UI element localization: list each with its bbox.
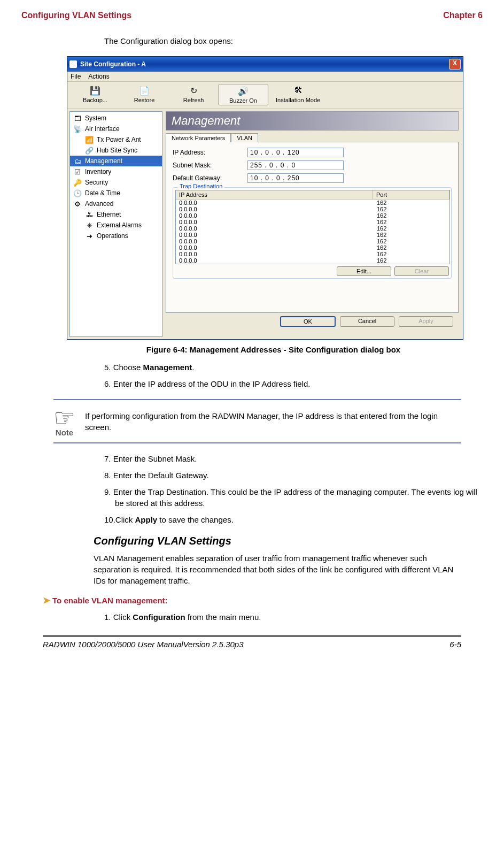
sidebar-item-label: Date & Time xyxy=(85,189,120,197)
toolbar-buzzer[interactable]: 🔊 Buzzer On xyxy=(218,84,268,105)
trap-table[interactable]: IP Address Port 0.0.0.01620.0.0.01620.0.… xyxy=(175,190,450,264)
trap-cell-ip: 0.0.0.0 xyxy=(176,238,374,244)
toolbar-restore-label: Restore xyxy=(134,97,155,103)
tab-network-parameters[interactable]: Network Parameters xyxy=(166,133,231,142)
save-icon: 💾 xyxy=(89,85,101,96)
trap-cell-port: 162 xyxy=(374,244,449,251)
trap-cell-ip: 0.0.0.0 xyxy=(176,232,374,238)
tab-vlan[interactable]: VLAN xyxy=(231,133,258,142)
default-gateway-label: Default Gateway: xyxy=(173,174,242,182)
menu-actions[interactable]: Actions xyxy=(88,73,109,80)
toolbar-buzzer-label: Buzzer On xyxy=(229,97,257,104)
footer-left: RADWIN 1000/2000/5000 User ManualVersion… xyxy=(43,640,244,649)
close-button[interactable]: X xyxy=(449,59,461,70)
sidebar-item-label: Management xyxy=(85,157,122,165)
toolbar-backup[interactable]: 💾 Backup... xyxy=(71,84,120,105)
sidebar-item-label: Advanced xyxy=(85,200,113,208)
proc-step-1-post: from the main menu. xyxy=(185,612,261,622)
trap-head-port[interactable]: Port xyxy=(373,190,449,199)
trap-cell-ip: 0.0.0.0 xyxy=(176,257,374,264)
sidebar-item-date-time[interactable]: 🕒Date & Time xyxy=(70,188,162,198)
trap-cell-port: 162 xyxy=(374,200,449,206)
sidebar-item-ethernet[interactable]: 🖧Ethernet xyxy=(70,209,162,220)
step-6: 6. Enter the IP address of the ODU in th… xyxy=(104,378,483,389)
step-5: 5. Choose Management. xyxy=(104,362,483,373)
buzzer-icon: 🔊 xyxy=(237,86,249,96)
sidebar-item-inventory[interactable]: ☑Inventory xyxy=(70,166,162,177)
trap-cell-port: 162 xyxy=(374,257,449,264)
trap-cell-port: 162 xyxy=(374,238,449,244)
ip-address-label: IP Address: xyxy=(173,149,242,156)
step-7: 7. Enter the Subnet Mask. xyxy=(104,453,483,464)
trap-group-title: Trap Destination xyxy=(177,183,224,189)
trap-row[interactable]: 0.0.0.0162 xyxy=(176,257,449,264)
sidebar-item-system[interactable]: 🗔System xyxy=(70,113,162,124)
sidebar-item-label: Air Interface xyxy=(85,125,120,133)
trap-row[interactable]: 0.0.0.0162 xyxy=(176,225,449,232)
sidebar-item-management[interactable]: 🗂Management xyxy=(70,156,162,166)
sidebar-item-label: External Alarms xyxy=(97,221,142,229)
trap-cell-port: 162 xyxy=(374,206,449,212)
section-heading: Configuring VLAN Settings xyxy=(94,535,483,547)
trap-head-ip[interactable]: IP Address xyxy=(176,190,373,199)
running-head-right: Chapter 6 xyxy=(443,11,483,20)
trap-row[interactable]: 0.0.0.0162 xyxy=(176,212,449,219)
titlebar: Site Configuration - A X xyxy=(67,57,463,72)
note-label: Note xyxy=(56,428,73,437)
step-10-post: to save the changes. xyxy=(157,515,234,524)
running-head-left: Configuring VLAN Settings xyxy=(21,11,131,20)
trap-cell-ip: 0.0.0.0 xyxy=(176,251,374,257)
trap-cell-port: 162 xyxy=(374,232,449,238)
toolbar-refresh-label: Refresh xyxy=(183,97,204,103)
sidebar-item-security[interactable]: 🔑Security xyxy=(70,177,162,188)
sidebar-item-label: Hub Site Sync xyxy=(97,147,137,154)
window-icon xyxy=(69,60,77,68)
sidebar-icon: 📶 xyxy=(85,135,94,144)
apply-button[interactable]: Apply xyxy=(399,316,453,327)
proc-step-1-bold: Configuration xyxy=(133,612,185,622)
sidebar-item-label: Ethernet xyxy=(97,211,121,218)
step-10-bold: Apply xyxy=(135,515,158,524)
footer-right: 6-5 xyxy=(449,640,461,649)
step-5-bold: Management xyxy=(143,363,192,372)
sidebar-item-advanced[interactable]: ⚙Advanced xyxy=(70,198,162,209)
ip-address-input[interactable]: 10 . 0 . 0 . 120 xyxy=(247,148,344,157)
trap-cell-ip: 0.0.0.0 xyxy=(176,212,374,219)
toolbar-installmode[interactable]: 🛠 Installation Mode xyxy=(268,84,328,105)
trap-cell-port: 162 xyxy=(374,251,449,257)
trap-row[interactable]: 0.0.0.0162 xyxy=(176,251,449,257)
restore-icon: 📄 xyxy=(138,85,150,96)
trap-row[interactable]: 0.0.0.0162 xyxy=(176,244,449,251)
trap-row[interactable]: 0.0.0.0162 xyxy=(176,200,449,206)
sidebar-item-tx-power-ant[interactable]: 📶Tx Power & Ant xyxy=(70,134,162,145)
cancel-button[interactable]: Cancel xyxy=(340,316,394,327)
sidebar-icon: ⚙ xyxy=(73,200,82,208)
edit-button[interactable]: Edit... xyxy=(337,266,391,276)
toolbar-backup-label: Backup... xyxy=(83,97,107,103)
sidebar-icon: 🖧 xyxy=(85,210,94,219)
toolbar: 💾 Backup... 📄 Restore ↻ Refresh 🔊 Buzzer… xyxy=(67,82,463,109)
trap-row[interactable]: 0.0.0.0162 xyxy=(176,206,449,212)
trap-row[interactable]: 0.0.0.0162 xyxy=(176,219,449,225)
note-block: ☞ Note If performing configuration from … xyxy=(53,399,461,443)
procedure-heading-text: To enable VLAN management: xyxy=(52,596,168,605)
toolbar-restore[interactable]: 📄 Restore xyxy=(120,84,169,105)
default-gateway-input[interactable]: 10 . 0 . 0 . 250 xyxy=(247,173,344,183)
subnet-mask-input[interactable]: 255 . 0 . 0 . 0 xyxy=(247,160,344,170)
sidebar-item-label: Tx Power & Ant xyxy=(97,136,141,143)
clear-button[interactable]: Clear xyxy=(394,266,449,276)
step-5-pre: 5. Choose xyxy=(104,363,143,372)
sidebar-item-hub-site-sync[interactable]: 🔗Hub Site Sync xyxy=(70,145,162,156)
trap-row[interactable]: 0.0.0.0162 xyxy=(176,238,449,244)
sidebar-item-operations[interactable]: ➜Operations xyxy=(70,231,162,241)
sidebar-icon: ☑ xyxy=(73,167,82,176)
ok-button[interactable]: OK xyxy=(280,316,336,327)
sidebar-item-external-alarms[interactable]: ✳External Alarms xyxy=(70,220,162,231)
sidebar-item-air-interface[interactable]: 📡Air Interface xyxy=(70,124,162,134)
toolbar-refresh[interactable]: ↻ Refresh xyxy=(169,84,218,105)
trap-row[interactable]: 0.0.0.0162 xyxy=(176,232,449,238)
menu-file[interactable]: File xyxy=(71,73,81,80)
trap-cell-ip: 0.0.0.0 xyxy=(176,244,374,251)
sidebar-item-label: Inventory xyxy=(85,168,111,175)
section-para: VLAN Management enables separation of us… xyxy=(94,553,461,586)
